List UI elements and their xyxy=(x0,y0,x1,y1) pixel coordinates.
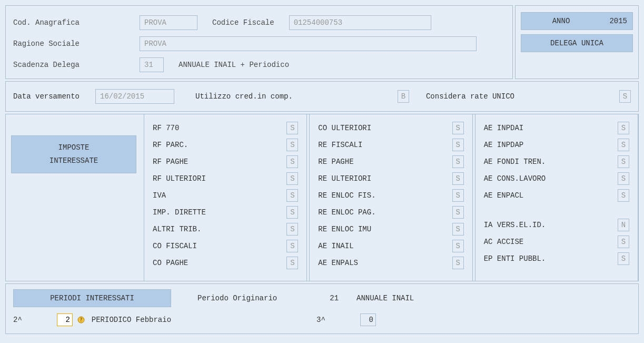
imp-item-value[interactable]: S xyxy=(618,155,629,168)
scadenza-delega-desc: ANNUALE INAIL + Periodico xyxy=(179,61,289,69)
header-panel: Cod. Anagrafica PROVA Codice Fiscale 012… xyxy=(5,5,513,79)
imp-item-label: RF 770 xyxy=(153,124,286,132)
periodi-panel: PERIODI INTERESSATI Periodo Originario 2… xyxy=(5,283,639,334)
imposte-col-2: CO ULTERIORIS RE FISCALIS RE PAGHES RE U… xyxy=(309,114,472,281)
imposte-title-box: IMPOSTE INTERESSATE xyxy=(11,135,136,173)
imp-item-label: RF ULTERIORI xyxy=(153,174,286,183)
imp-item-value[interactable]: S xyxy=(618,189,629,202)
imp-item-label: AE CONS.LAVORO xyxy=(484,174,618,183)
imp-item-label: RE ENLOC PAG. xyxy=(318,208,452,217)
imp-item-value[interactable]: S xyxy=(286,257,298,269)
imp-item-value[interactable]: S xyxy=(452,139,464,151)
periodo-originario-value: 21 xyxy=(330,294,339,302)
imp-item-label: EP ENTI PUBBL. xyxy=(484,254,618,263)
imp-item-value[interactable]: S xyxy=(452,122,464,134)
periodo-2-input[interactable] xyxy=(57,313,73,326)
imposte-title-1: IMPOSTE xyxy=(18,141,130,154)
imposte-col-3: AE INPDAIS AE INPDAPS AE FONDI TREN.S AE… xyxy=(475,114,638,281)
imp-item-value[interactable]: S xyxy=(286,172,298,185)
imp-item-value[interactable]: S xyxy=(286,206,298,219)
periodo-originario-label: Periodo Originario xyxy=(197,294,277,302)
imp-item-label: RF PAGHE xyxy=(153,158,286,166)
delega-unica-box: DELEGA UNICA xyxy=(521,34,633,52)
periodi-title-box: PERIODI INTERESSATI xyxy=(13,289,171,307)
anno-panel: ANNO 2015 DELEGA UNICA xyxy=(515,5,639,79)
cod-anagrafica-label: Cod. Anagrafica xyxy=(13,18,140,27)
imp-item-label: AE FONDI TREN. xyxy=(484,158,618,166)
imp-item-label: CO PAGHE xyxy=(153,259,286,267)
data-versamento-input[interactable]: 16/02/2015 xyxy=(95,89,174,104)
imp-item-value[interactable]: N xyxy=(618,219,629,231)
imp-item-value[interactable]: S xyxy=(452,257,464,269)
imp-item-value[interactable]: S xyxy=(618,236,629,248)
imp-item-label: CO ULTERIORI xyxy=(318,124,452,132)
data-versamento-label: Data versamento xyxy=(13,92,80,101)
imp-item-label: RE ENLOC FIS. xyxy=(318,191,452,200)
imp-item-label: CO FISCALI xyxy=(153,242,286,250)
periodo-3-input[interactable]: 0 xyxy=(360,313,376,326)
periodo-originario-desc: ANNUALE INAIL xyxy=(356,294,414,302)
imp-item-value[interactable]: S xyxy=(286,240,298,252)
imp-item-value[interactable]: S xyxy=(452,189,464,202)
scadenza-delega-label: Scadenza Delega xyxy=(13,61,140,69)
imp-item-value[interactable]: S xyxy=(618,139,629,151)
codice-fiscale-input[interactable]: 01254000753 xyxy=(289,15,431,30)
imp-item-label: RF PARC. xyxy=(153,141,286,149)
utilizzo-cred-label: Utilizzo cred.in comp. xyxy=(195,92,293,101)
imposte-title-2: INTERESSATE xyxy=(18,154,130,168)
imp-item-value[interactable]: S xyxy=(452,172,464,185)
imposte-panel: IMPOSTE INTERESSATE RF 770S RF PARC.S RF… xyxy=(5,114,639,281)
imposte-col-1: RF 770S RF PARC.S RF PAGHES RF ULTERIORI… xyxy=(144,114,307,281)
imp-item-value[interactable]: S xyxy=(286,189,298,202)
imp-item-value[interactable]: S xyxy=(452,206,464,219)
versamento-panel: Data versamento 16/02/2015 Utilizzo cred… xyxy=(5,81,639,112)
imp-item-value[interactable]: S xyxy=(286,139,298,151)
imp-item-label: AE ENPALS xyxy=(318,259,452,267)
anno-value: 2015 xyxy=(596,17,627,25)
help-icon[interactable]: ? xyxy=(77,316,85,324)
imp-item-value[interactable]: S xyxy=(286,155,298,168)
periodo-2-desc: PERIODICO Febbraio xyxy=(92,316,171,324)
imp-item-value[interactable]: S xyxy=(452,240,464,252)
imp-item-value[interactable]: S xyxy=(618,122,629,134)
imp-item-label: IVA xyxy=(153,191,286,200)
imp-item-label: IA VERS.EL.ID. xyxy=(484,221,618,229)
periodo-3-label: 3^ xyxy=(316,316,325,324)
scadenza-delega-input[interactable]: 31 xyxy=(140,57,164,72)
imp-item-value[interactable]: S xyxy=(286,223,298,236)
imp-item-label: AC ACCISE xyxy=(484,238,618,246)
imp-item-label: RE PAGHE xyxy=(318,158,452,166)
imp-item-value[interactable]: S xyxy=(286,122,298,134)
considera-rate-input[interactable]: S xyxy=(619,90,631,103)
imp-item-label: ALTRI TRIB. xyxy=(153,225,286,233)
imp-item-value[interactable]: S xyxy=(452,223,464,236)
anno-box: ANNO 2015 xyxy=(521,12,633,30)
cod-anagrafica-input[interactable]: PROVA xyxy=(140,15,197,30)
imp-item-label: IMP. DIRETTE xyxy=(153,208,286,217)
imp-item-label: AE INPDAI xyxy=(484,124,618,132)
codice-fiscale-label: Codice Fiscale xyxy=(212,18,274,27)
considera-rate-label: Considera rate UNICO xyxy=(426,92,514,101)
ragione-sociale-input[interactable]: PROVA xyxy=(140,36,477,51)
imp-item-value[interactable]: S xyxy=(618,172,629,185)
anno-label: ANNO xyxy=(527,17,596,25)
ragione-sociale-label: Ragione Sociale xyxy=(13,40,140,48)
imp-item-label: RE ENLOC IMU xyxy=(318,225,452,233)
utilizzo-cred-input[interactable]: B xyxy=(398,90,409,103)
imp-item-label: AE INAIL xyxy=(318,242,452,250)
imp-item-value[interactable]: S xyxy=(452,155,464,168)
imp-item-value[interactable]: S xyxy=(618,252,629,265)
imp-item-label: RE FISCALI xyxy=(318,141,452,149)
imp-item-label: RE ULTERIORI xyxy=(318,174,452,183)
svg-text:?: ? xyxy=(80,317,82,322)
imp-item-label: AE INPDAP xyxy=(484,141,618,149)
imp-item-label: AE ENPACL xyxy=(484,191,618,200)
periodo-2-label: 2^ xyxy=(13,316,22,324)
